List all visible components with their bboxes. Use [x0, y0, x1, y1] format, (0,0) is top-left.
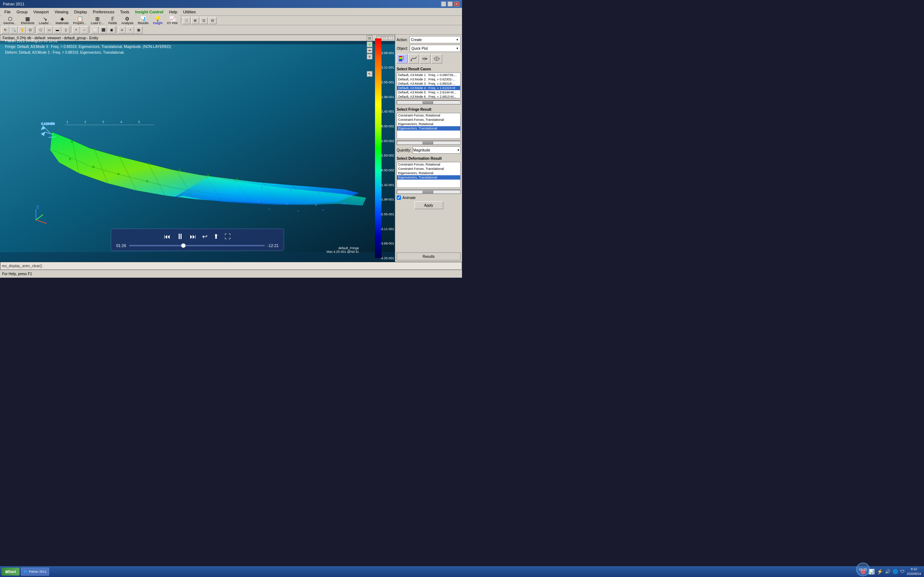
quantity-dropdown[interactable]: Magnitude ▼ — [412, 147, 460, 154]
geom-tool[interactable]: ⬡ Geome... — [2, 16, 18, 26]
animate-checkbox[interactable] — [397, 195, 401, 200]
fringe-result-scrollbar[interactable] — [397, 141, 460, 145]
deform-result-1[interactable]: Constraint Forces, Translational — [397, 167, 460, 171]
pause-button[interactable]: ⏸ — [176, 232, 184, 241]
fringe-result-1[interactable]: Constraint Forces, Translational — [397, 118, 460, 122]
fringe-plot-btn[interactable] — [397, 54, 407, 63]
screen-button[interactable]: ⛶ — [225, 233, 231, 240]
svg-point-36 — [290, 189, 292, 192]
toolbar-btn-1[interactable]: □ — [183, 17, 191, 24]
result-case-3[interactable]: Default, A3:Mode 4 : Freq. = 1.61323-M — [397, 86, 460, 90]
result-cases-scrollbar[interactable] — [397, 100, 460, 105]
menu-insight-control[interactable]: Insight Control — [132, 9, 166, 15]
rewind-button[interactable]: ⏮ — [164, 233, 170, 240]
vp-btn-fit[interactable]: ⊡ — [367, 35, 373, 41]
loadcase-icon: ⊞ — [95, 16, 100, 21]
view-btn-front[interactable]: ▭ — [45, 26, 53, 34]
anim-slider[interactable] — [129, 245, 265, 246]
deform-scrollthumb[interactable] — [422, 190, 433, 193]
view-btn-fit[interactable]: ⊡ — [26, 26, 34, 34]
view-btn-zoomout[interactable]: − — [81, 26, 89, 34]
apply-button[interactable]: Apply — [414, 201, 443, 209]
animate-row: Animate — [397, 195, 460, 200]
svg-point-38 — [347, 195, 349, 197]
view-btn-wire[interactable]: ⬜ — [91, 26, 99, 34]
materials-tool[interactable]: ◈ Materials — [54, 16, 71, 26]
action-dropdown[interactable]: Create ▼ — [409, 36, 460, 43]
xyplot-tool[interactable]: 📈 XY Plot — [165, 16, 179, 26]
menu-viewing[interactable]: Viewing — [52, 9, 71, 15]
tensor-plot-btn[interactable] — [431, 54, 442, 63]
loadcase-tool[interactable]: ⊞ Load C... — [89, 16, 106, 26]
toolbar-btn-2[interactable]: ⊞ — [191, 17, 199, 24]
vp-btn-arrow[interactable]: ↖ — [367, 71, 373, 77]
upload-button[interactable]: ⬆ — [213, 233, 219, 240]
view-btn-shade[interactable]: ⬛ — [99, 26, 107, 34]
fringe-scrollthumb[interactable] — [422, 141, 433, 144]
view-btn-iso[interactable]: ⬡ — [37, 26, 45, 34]
view-btn-zoom[interactable]: 🔍 — [10, 26, 18, 34]
view-btn-top[interactable]: ▬ — [53, 26, 61, 34]
fringe-result-0[interactable]: Constraint Forces, Rotational — [397, 113, 460, 118]
deform-plot-btn[interactable] — [408, 54, 419, 63]
fringe-result-2[interactable]: Eigenvectors, Rotational — [397, 122, 460, 126]
menu-group[interactable]: Group — [14, 9, 31, 15]
deform-result-0[interactable]: Constraint Forces, Rotational — [397, 162, 460, 167]
result-case-0[interactable]: Default, A3:Mode 1 : Freq. = 0.090726,..… — [397, 73, 460, 77]
view-btn-hideline[interactable]: ▣ — [108, 26, 115, 34]
vp-btn-plus[interactable]: + — [367, 42, 373, 47]
fringe-result-list[interactable]: Constraint Forces, Rotational Constraint… — [397, 113, 460, 139]
anim-slider-thumb[interactable] — [181, 243, 186, 248]
menu-display[interactable]: Display — [71, 9, 90, 15]
result-case-2[interactable]: Default, A3:Mode 3 : Freq. = 0.88319-... — [397, 82, 460, 86]
toolbar-btn-3[interactable]: ⊡ — [200, 17, 208, 24]
view-btn-label[interactable]: A — [118, 26, 126, 34]
view-btn-elem[interactable]: ▦ — [135, 26, 142, 34]
forward-button[interactable]: ⏭ — [190, 233, 196, 240]
view-btn-side[interactable]: ▯ — [62, 26, 69, 34]
menu-preferences[interactable]: Preferences — [90, 9, 117, 15]
blade-visualization: 0.123456 1 2 3 4 5 Z default_Fringe Max … — [0, 35, 395, 262]
action-row: Action: Create ▼ — [397, 36, 460, 43]
view-btn-rotate[interactable]: ↻ — [2, 26, 10, 34]
result-cases-scrollthumb[interactable] — [422, 101, 433, 104]
deform-result-2[interactable]: Eigenvectors, Rotational — [397, 171, 460, 175]
result-cases-list[interactable]: Default, A3:Mode 1 : Freq. = 0.090726,..… — [397, 73, 460, 98]
insight-tool[interactable]: 💡 Insight — [151, 16, 165, 26]
repeat-button[interactable]: ↩ — [202, 233, 208, 240]
loads-tool[interactable]: ↘ Loads/... — [37, 16, 53, 26]
fringe-result-label: Select Fringe Result — [397, 108, 460, 111]
view-btn-zoomin[interactable]: + — [72, 26, 80, 34]
close-button[interactable]: × — [454, 2, 459, 6]
deform-result-list[interactable]: Constraint Forces, Rotational Constraint… — [397, 162, 460, 188]
result-case-4[interactable]: Default, A3:Mode 5 : Freq. = 2.6144-M... — [397, 90, 460, 95]
vp-btn-settings[interactable]: ≡ — [367, 54, 373, 60]
menu-file[interactable]: File — [2, 9, 14, 15]
viewport[interactable]: Fanban_0.2Hz.db - default_viewport - def… — [0, 35, 395, 262]
deform-result-scrollbar[interactable] — [397, 190, 460, 194]
properties-tool[interactable]: 📋 Propert... — [71, 16, 89, 26]
menu-help[interactable]: Help — [166, 9, 181, 15]
deform-result-3[interactable]: Eigenvectors, Translational — [397, 175, 460, 180]
fringe-result-3[interactable]: Eigenvectors, Translational — [397, 126, 460, 131]
results-tool[interactable]: 📊 Results — [136, 16, 150, 26]
maximize-button[interactable]: □ — [447, 2, 452, 6]
fields-tool[interactable]: 𝔽 Fields — [107, 16, 119, 26]
result-case-1[interactable]: Default, A3:Mode 2 : Freq. = 0.62302-... — [397, 77, 460, 82]
menu-viewport[interactable]: Viewport — [30, 9, 52, 15]
result-case-5[interactable]: Default, A3:Mode 6 : Freq. = 2.6813-M... — [397, 95, 460, 98]
titlebar-controls[interactable]: _ □ × — [441, 2, 459, 6]
analysis-tool[interactable]: ⚙ Analysis — [120, 16, 135, 26]
results-tab[interactable]: Results — [397, 253, 460, 260]
object-dropdown[interactable]: Quick Plot ▼ — [410, 45, 460, 52]
menu-tools[interactable]: Tools — [117, 9, 132, 15]
vector-plot-btn[interactable] — [420, 54, 431, 63]
view-btn-pan[interactable]: ✋ — [18, 26, 26, 34]
toolbar-btn-4[interactable]: ⊟ — [208, 17, 216, 24]
menu-utilities[interactable]: Utilities — [180, 9, 199, 15]
vp-btn-minus[interactable]: − — [367, 48, 373, 53]
view-btn-node[interactable]: • — [126, 26, 134, 34]
animation-control[interactable]: ⏮ ⏸ ⏭ ↩ ⬆ ⛶ 01:26 -12:21 — [111, 229, 284, 251]
elements-tool[interactable]: ▦ Elements — [19, 16, 36, 26]
minimize-button[interactable]: _ — [441, 2, 446, 6]
